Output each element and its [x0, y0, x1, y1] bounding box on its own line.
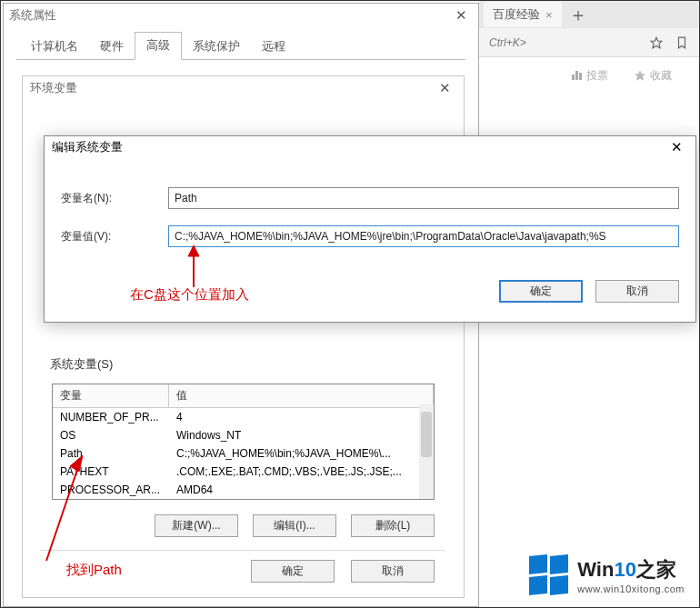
barchart-icon — [572, 71, 583, 80]
bookmark-icon[interactable] — [675, 36, 688, 49]
watermark: Win10之家 www.win10xitong.com — [529, 555, 685, 594]
tab-hardware[interactable]: 硬件 — [89, 34, 135, 60]
delete-button[interactable]: 删除(L) — [351, 514, 435, 537]
close-icon[interactable]: ✕ — [450, 7, 473, 24]
star-icon — [634, 69, 646, 82]
variable-value-input[interactable] — [168, 225, 679, 247]
svg-line-4 — [46, 464, 79, 561]
new-tab-button[interactable]: ＋ — [569, 3, 587, 27]
table-row[interactable]: NUMBER_OF_PR... 4 — [53, 408, 434, 426]
tab-advanced[interactable]: 高级 — [135, 32, 182, 60]
tab-label: 百度经验 — [493, 6, 540, 23]
edit-button[interactable]: 编辑(I)... — [253, 514, 336, 537]
vote-label: 投票 — [586, 68, 608, 84]
svg-marker-3 — [188, 245, 199, 256]
table-row-path[interactable]: Path C:;%JAVA_HOME%\bin;%JAVA_HOME%\... — [53, 444, 434, 463]
wm-part-a: Win — [577, 558, 614, 581]
favorite-action[interactable]: 收藏 — [634, 68, 672, 84]
tab-computer-name[interactable]: 计算机名 — [20, 34, 89, 60]
favorite-label: 收藏 — [650, 68, 672, 84]
col-value[interactable]: 值 — [169, 384, 434, 408]
windows-logo-icon — [529, 555, 568, 594]
wm-part-c: 之家 — [636, 558, 676, 581]
variable-name-label: 变量名(N): — [61, 191, 168, 206]
sysprops-tabs: 计算机名 硬件 高级 系统保护 远程 — [4, 27, 478, 60]
close-icon[interactable]: × — [545, 8, 553, 22]
editvar-titlebar: 编辑系统变量 ✕ — [45, 136, 695, 158]
annotation-arrow-top — [185, 245, 203, 287]
variable-name-row: 变量名(N): — [61, 187, 679, 209]
col-variable[interactable]: 变量 — [53, 384, 169, 408]
annotation-text-top: 在C盘这个位置加入 — [130, 286, 249, 304]
close-icon[interactable]: ✕ — [434, 80, 456, 96]
table-row[interactable]: OS Windows_NT — [53, 426, 434, 444]
ok-button[interactable]: 确定 — [499, 280, 583, 303]
table-row[interactable]: PATHEXT .COM;.EXE;.BAT;.CMD;.VBS;.VBE;.J… — [53, 463, 434, 481]
cancel-button[interactable]: 取消 — [351, 560, 435, 583]
search-hint[interactable]: Ctrl+K> — [489, 36, 526, 49]
sysprops-titlebar: 系统属性 ✕ — [4, 4, 478, 27]
system-variables-table[interactable]: 变量 值 NUMBER_OF_PR... 4 OS Windows_NT Pat… — [52, 384, 435, 500]
envvars-titlebar: 环境变量 ✕ — [23, 76, 464, 100]
vertical-scrollbar[interactable] — [419, 404, 434, 499]
bookmark-star-icon[interactable] — [650, 36, 663, 49]
tab-system-protection[interactable]: 系统保护 — [182, 34, 251, 60]
new-button[interactable]: 新建(W)... — [155, 514, 238, 537]
annotation-arrow-bottom — [35, 455, 90, 564]
svg-marker-1 — [635, 70, 645, 81]
annotation-text-bottom: 找到Path — [66, 562, 122, 579]
svg-marker-5 — [70, 455, 83, 472]
cancel-button[interactable]: 取消 — [595, 280, 679, 303]
table-header: 变量 值 — [53, 384, 434, 408]
variable-name-input[interactable] — [168, 187, 679, 209]
system-variables-label: 系统变量(S) — [23, 353, 464, 376]
envvars-title: 环境变量 — [30, 80, 77, 96]
sysprops-title: 系统属性 — [9, 7, 56, 24]
table-row[interactable]: PROCESSOR_AR... AMD64 — [53, 481, 434, 499]
svg-marker-0 — [651, 37, 662, 48]
vote-action[interactable]: 投票 — [572, 68, 608, 84]
wm-url: www.win10xitong.com — [577, 583, 685, 594]
tab-remote[interactable]: 远程 — [251, 34, 296, 60]
wm-part-b: 10 — [614, 558, 635, 581]
browser-subactions: 投票 收藏 — [478, 57, 699, 94]
editvar-title: 编辑系统变量 — [52, 139, 123, 155]
browser-tab-strip: 百度经验 × ＋ — [478, 1, 699, 28]
browser-addressbar: Ctrl+K> — [478, 28, 699, 57]
close-icon[interactable]: ✕ — [665, 139, 688, 155]
ok-button[interactable]: 确定 — [251, 560, 335, 583]
variable-value-label: 变量值(V): — [61, 229, 168, 244]
browser-tab[interactable]: 百度经验 × — [484, 2, 562, 27]
variable-value-row: 变量值(V): — [61, 225, 679, 247]
